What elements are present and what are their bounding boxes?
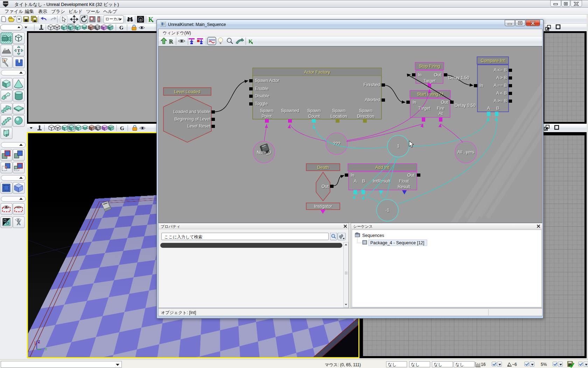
svg-text:Compare Int: Compare Int <box>481 58 505 63</box>
svg-text:Out: Out <box>441 100 448 105</box>
svg-text:Spawn: Spawn <box>307 108 321 113</box>
svg-text:1: 1 <box>397 144 400 149</box>
svg-text:S: S <box>96 26 98 29</box>
svg-text:Location: Location <box>330 114 347 119</box>
svg-text:B: B <box>496 106 499 111</box>
svg-text:Spawn Actor: Spawn Actor <box>255 78 279 83</box>
svg-text:Death: Death <box>317 165 329 170</box>
svg-text:Disable: Disable <box>255 94 270 98</box>
svg-text:Stop Firing: Stop Firing <box>419 64 440 69</box>
svg-text:A == B: A == B <box>493 83 507 88</box>
svg-text:Level Reset: Level Reset <box>187 124 211 129</box>
svg-text:Spawned: Spawned <box>281 108 299 113</box>
svg-text:A <= B: A <= B <box>493 68 507 73</box>
svg-text:UDK: UDK <box>4 2 8 5</box>
svg-text:Beginning of Level: Beginning of Level <box>174 117 210 122</box>
svg-text:G: G <box>120 125 124 131</box>
svg-text:All ..yers: All ..yers <box>457 150 474 155</box>
svg-text:Float: Float <box>399 179 409 184</box>
svg-text:Toggle: Toggle <box>255 101 268 106</box>
svg-text:Delay 1.50: Delay 1.50 <box>448 75 469 80</box>
svg-text:-1: -1 <box>385 208 389 213</box>
svg-text:Level Loaded: Level Loaded <box>174 89 200 94</box>
svg-text:Loaded and Visible: Loaded and Visible <box>173 109 210 114</box>
svg-text:X: X <box>17 220 21 226</box>
svg-text:Result: Result <box>398 184 410 189</box>
svg-text:Out: Out <box>407 173 415 178</box>
svg-text:Count: Count <box>308 114 320 119</box>
svg-text:In: In <box>479 83 483 88</box>
svg-text:R: R <box>169 39 173 45</box>
svg-text:Sequences: Sequences <box>362 233 384 238</box>
svg-text:A >= B: A >= B <box>493 98 507 103</box>
svg-text:A > B: A > B <box>496 75 507 80</box>
svg-text:Package_4 - Sequence [12]: Package_4 - Sequence [12] <box>370 240 424 245</box>
svg-text:Spawn: Spawn <box>359 108 372 113</box>
svg-text:Z: Z <box>38 340 40 344</box>
svg-text:Actor Factory: Actor Factory <box>304 70 330 75</box>
svg-text:Out: Out <box>434 73 441 77</box>
svg-text:A: A <box>354 179 357 184</box>
svg-text:Finished: Finished <box>364 82 380 87</box>
svg-text:Delay 0.50: Delay 0.50 <box>455 103 476 108</box>
svg-text:Spawn: Spawn <box>260 108 273 113</box>
svg-text:G: G <box>119 25 124 30</box>
svg-text:In: In <box>413 100 416 105</box>
svg-text:Spawn: Spawn <box>332 108 345 113</box>
svg-text:Instigator: Instigator <box>314 204 332 209</box>
svg-text:A: A <box>487 106 490 111</box>
svg-text:Point: Point <box>262 114 272 119</box>
svg-text:Note_0: Note_0 <box>257 150 271 155</box>
svg-text:Out: Out <box>322 184 329 189</box>
svg-text:S: S <box>97 127 99 130</box>
svg-text:Add Int: Add Int <box>375 165 389 170</box>
svg-text:K: K <box>148 16 153 23</box>
svg-text:Direction: Direction <box>357 114 374 119</box>
svg-text:A < B: A < B <box>496 91 507 96</box>
svg-text:Aborted: Aborted <box>365 97 380 102</box>
svg-text:Enable: Enable <box>255 86 268 91</box>
svg-text:Target: Target <box>424 79 436 83</box>
svg-text:In: In <box>351 173 354 178</box>
svg-text:ローカル: ローカル <box>105 17 121 21</box>
svg-text:u: u <box>140 18 142 21</box>
svg-text:In: In <box>418 73 421 77</box>
svg-text:At: At <box>439 111 443 116</box>
svg-text:Fire: Fire <box>437 106 444 111</box>
svg-text:Y: Y <box>45 348 47 352</box>
svg-text:???: ??? <box>333 141 341 146</box>
svg-text:B: B <box>362 179 365 184</box>
svg-text:T: T <box>17 48 20 53</box>
